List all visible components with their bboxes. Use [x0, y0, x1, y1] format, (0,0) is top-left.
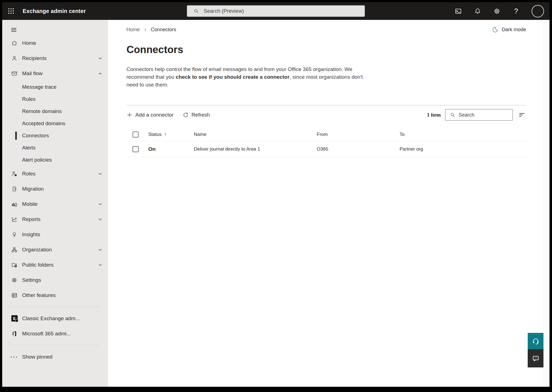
breadcrumb-chevron-icon [144, 28, 147, 31]
sidebar-item-roles[interactable]: Roles [2, 166, 108, 181]
feedback-bubble-icon [532, 354, 540, 362]
column-header-to[interactable]: To [400, 132, 526, 137]
sidebar-item-rules[interactable]: Rules [2, 93, 108, 105]
sidebar-item-classic-exchange[interactable]: E Classic Exchange adm... [2, 311, 108, 326]
filter-lines-icon [518, 111, 525, 119]
sidebar-divider [10, 345, 100, 345]
sidebar-item-home[interactable]: Home [2, 35, 108, 51]
selected-indicator [15, 131, 17, 140]
notifications-bell-icon[interactable] [474, 7, 481, 15]
sidebar-item-insights[interactable]: Insights [2, 227, 108, 242]
search-icon [450, 112, 455, 118]
sidebar-item-label: Classic Exchange adm... [22, 315, 80, 322]
waffle-icon [8, 8, 14, 14]
list-search-placeholder: Search [459, 112, 474, 118]
refresh-icon [183, 112, 189, 118]
powershell-terminal-icon[interactable] [454, 7, 462, 15]
column-header-status[interactable]: Status [148, 132, 194, 137]
breadcrumb-home-link[interactable]: Home [126, 27, 140, 33]
column-header-from[interactable]: From [317, 132, 400, 137]
collapse-nav-button[interactable] [2, 24, 108, 35]
table-row[interactable]: On Deliver journal directly to Area 1 O3… [126, 141, 526, 157]
dark-mode-toggle[interactable]: Dark mode [492, 27, 526, 33]
sidebar-item-mobile[interactable]: Mobile [2, 196, 108, 212]
sidebar-item-connectors[interactable]: Connectors [2, 130, 108, 142]
list-toolbar: Add a connector Refresh 1 item Search [126, 106, 526, 124]
row-checkbox[interactable] [133, 146, 139, 152]
item-count: 1 item [427, 112, 441, 118]
chevron-down-icon [98, 248, 102, 252]
moon-icon [492, 27, 498, 33]
sidebar-item-label: Roles [22, 171, 36, 177]
sidebar-item-organization[interactable]: Organization [2, 242, 108, 257]
reports-chart-icon [11, 216, 18, 223]
chevron-down-icon [98, 172, 102, 176]
search-icon [193, 8, 199, 14]
settings-gear-icon[interactable] [493, 7, 501, 15]
sidebar-item-label: Alert policies [22, 157, 52, 163]
scrollbar-track[interactable] [543, 20, 550, 387]
select-all-checkbox[interactable] [133, 131, 139, 138]
column-header-name[interactable]: Name [194, 132, 317, 137]
org-chart-icon [11, 246, 18, 253]
page-description: Connectors help control the flow of emai… [126, 65, 364, 89]
sidebar-item-other-features[interactable]: Other features [2, 288, 108, 303]
page-description-emphasis: check to see if you should create a conn… [176, 74, 289, 80]
chevron-up-icon [98, 71, 102, 76]
sidebar-item-label: Message trace [22, 84, 57, 90]
sidebar-item-alert-policies[interactable]: Alert policies [2, 154, 108, 166]
headset-icon [532, 337, 540, 345]
breadcrumb-current: Connectors [151, 27, 176, 33]
sidebar-item-migration[interactable]: Migration [2, 181, 108, 196]
sidebar-item-label: Accepted domains [22, 120, 65, 127]
filter-sort-button[interactable] [518, 111, 526, 119]
sidebar-item-settings[interactable]: Settings [2, 272, 108, 288]
row-to: Partner org [400, 146, 526, 152]
sidebar-item-label: Connectors [22, 133, 49, 139]
person-icon [11, 55, 18, 62]
sidebar-item-recipients[interactable]: Recipients [2, 51, 108, 66]
sidebar-item-remote-domains[interactable]: Remote domains [2, 105, 108, 117]
chevron-down-icon [98, 56, 102, 60]
refresh-button[interactable]: Refresh [183, 112, 210, 118]
sidebar-item-label: Microsoft 365 admi... [22, 331, 71, 337]
sidebar-item-reports[interactable]: Reports [2, 212, 108, 227]
app-launcher-button[interactable] [2, 2, 20, 20]
sort-ascending-arrow-icon [163, 132, 167, 136]
table-header-row: Status Name From To [126, 128, 526, 141]
sidebar-item-label: Remote domains [22, 108, 62, 114]
page-title: Connectors [126, 44, 526, 56]
gear-icon [11, 277, 18, 283]
account-avatar[interactable] [532, 5, 544, 17]
sidebar-item-label: Public folders [22, 262, 54, 268]
envelope-icon [11, 70, 18, 77]
breadcrumb: Home Connectors Dark mode [126, 27, 526, 33]
chevron-down-icon [98, 202, 102, 206]
sidebar-item-label: Settings [22, 277, 41, 283]
list-search-input[interactable]: Search [445, 109, 513, 121]
left-navigation: Home Recipients Mail flow Message trace [2, 20, 108, 387]
feedback-button[interactable] [528, 349, 543, 367]
sidebar-item-public-folders[interactable]: Public folders [2, 257, 108, 272]
edge-action-buttons [528, 333, 543, 367]
sidebar-item-accepted-domains[interactable]: Accepted domains [2, 117, 108, 130]
row-name[interactable]: Deliver journal directly to Area 1 [194, 146, 317, 152]
global-search-input[interactable]: Search (Preview) [187, 5, 365, 17]
support-button[interactable] [528, 333, 543, 349]
top-bar: Exchange admin center Search (Preview) [2, 2, 550, 20]
connectors-table: Status Name From To On Deliver journal d… [126, 128, 526, 157]
sidebar-item-mail-flow[interactable]: Mail flow [2, 66, 108, 81]
row-status: On [148, 146, 194, 152]
roles-person-briefcase-icon [11, 170, 18, 177]
sidebar-item-label: Alerts [22, 145, 36, 151]
sidebar-divider [10, 307, 100, 307]
sidebar-item-microsoft-365[interactable]: Microsoft 365 admi... [2, 326, 108, 341]
help-icon[interactable]: ? [512, 7, 520, 15]
sidebar-item-alerts[interactable]: Alerts [2, 142, 108, 154]
add-connector-button[interactable]: Add a connector [126, 112, 173, 118]
app-title: Exchange admin center [23, 8, 86, 14]
plus-icon [126, 112, 133, 118]
migration-document-icon [11, 186, 18, 192]
sidebar-item-show-pinned[interactable]: ··· Show pinned [2, 349, 108, 364]
sidebar-item-message-trace[interactable]: Message trace [2, 81, 108, 93]
